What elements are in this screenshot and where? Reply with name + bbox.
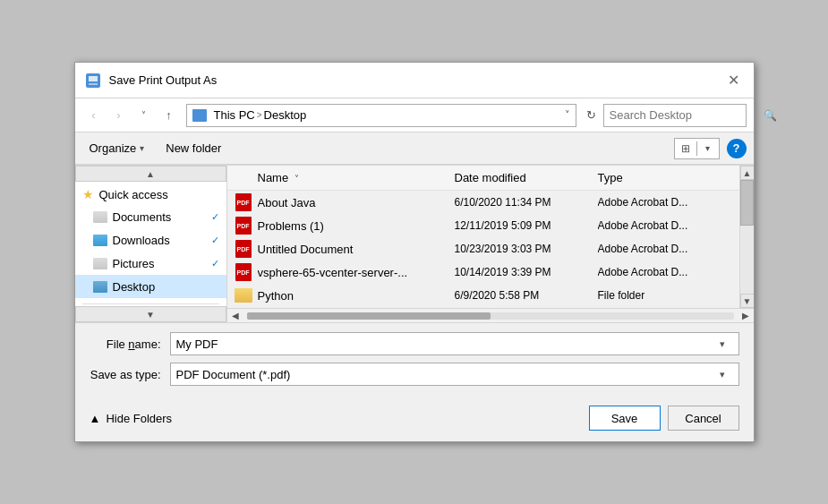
pictures-icon (93, 256, 107, 270)
file-area: Name ˅ Date modified Type PDF (227, 166, 754, 322)
main-content-area: ▲ ★ Quick access Documents ✓ (75, 165, 754, 322)
filename-row: File name: ▾ (90, 332, 739, 355)
address-bar[interactable]: This PC > Desktop ˅ (186, 104, 576, 127)
name-sort-icon: ˅ (294, 174, 299, 184)
file-date-0: 6/10/2020 11:34 PM (455, 196, 598, 209)
table-row[interactable]: Python 6/9/2020 5:58 PM File folder (227, 284, 739, 307)
pdf-icon: PDF (235, 217, 252, 235)
sidebar-pictures-pin: ✓ (211, 258, 219, 269)
filename-label-underline: n (128, 337, 134, 351)
sidebar-downloads-label: Downloads (113, 234, 170, 247)
view-grid-button[interactable]: ⊞ (675, 138, 696, 159)
breadcrumb-desktop[interactable]: Desktop (264, 108, 307, 122)
svg-rect-1 (89, 76, 98, 81)
file-date-3: 10/14/2019 3:39 PM (455, 266, 598, 278)
file-list: Name ˅ Date modified Type PDF (227, 166, 739, 308)
toolbar: Organize ▾ New folder ⊞ ▾ ? (75, 132, 754, 165)
hscroll-track[interactable] (247, 312, 734, 320)
navigation-bar: ‹ › ˅ ↑ This PC > Desktop ˅ ↻ 🔍 (75, 98, 754, 132)
quick-access-header: ★ Quick access (75, 184, 226, 205)
file-type-4: File folder (598, 289, 732, 302)
file-type-1: Adobe Acrobat D... (598, 219, 732, 232)
sidebar-item-documents[interactable]: Documents ✓ (75, 205, 226, 228)
filetype-row: Save as type: ▾ (90, 363, 739, 386)
cancel-button[interactable]: Cancel (668, 406, 739, 431)
view-dropdown-button[interactable]: ▾ (697, 138, 719, 159)
col-header-type[interactable]: Type (598, 171, 732, 184)
filename-input[interactable] (176, 337, 712, 351)
col-header-name[interactable]: Name ˅ (258, 171, 455, 184)
col-header-date[interactable]: Date modified (455, 171, 598, 184)
table-row[interactable]: PDF Problems (1) 12/11/2019 5:09 PM Adob… (227, 214, 739, 237)
new-folder-button[interactable]: New folder (158, 139, 228, 158)
search-icon: 🔍 (764, 109, 777, 122)
up-button[interactable]: ↑ (158, 104, 181, 127)
quick-access-label: Quick access (99, 188, 168, 201)
search-input[interactable] (610, 108, 760, 122)
scroll-down-button[interactable]: ▼ (740, 294, 754, 308)
sidebar-documents-pin: ✓ (211, 211, 219, 223)
table-row[interactable]: PDF About Java 6/10/2020 11:34 PM Adobe … (227, 191, 739, 214)
save-button[interactable]: Save (589, 406, 661, 431)
breadcrumb-separator-1: > (257, 110, 262, 120)
close-button[interactable]: ✕ (723, 70, 745, 91)
filename-dropdown-button[interactable]: ▾ (712, 333, 733, 355)
dropdown-recent-button[interactable]: ˅ (132, 104, 156, 127)
file-name-0: About Java (258, 196, 455, 209)
file-type-2: Adobe Acrobat D... (598, 243, 732, 255)
file-date-4: 6/9/2020 5:58 PM (455, 289, 598, 302)
forward-button[interactable]: › (107, 104, 131, 127)
file-list-header: Name ˅ Date modified Type (227, 166, 739, 191)
pdf-icon: PDF (235, 263, 252, 281)
scroll-thumb (740, 180, 754, 226)
scroll-up-button[interactable]: ▲ (740, 166, 754, 180)
filetype-dropdown-button[interactable]: ▾ (712, 363, 733, 385)
sidebar-pictures-label: Pictures (113, 257, 155, 270)
table-row[interactable]: PDF vsphere-65-vcenter-server-... 10/14/… (227, 261, 739, 284)
scroll-track[interactable] (740, 180, 754, 294)
horizontal-scrollbar: ◀ ▶ (227, 308, 754, 322)
organize-button[interactable]: Organize ▾ (82, 139, 152, 158)
vertical-scrollbar: ▲ ▼ (739, 166, 754, 308)
organize-dropdown-icon: ▾ (140, 143, 144, 153)
filename-input-wrap: ▾ (170, 332, 739, 355)
sidebar-item-downloads[interactable]: Downloads ✓ (75, 228, 226, 252)
hscroll-left-button[interactable]: ◀ (227, 309, 243, 323)
folder-icon (192, 109, 207, 122)
sidebar-divider (82, 303, 219, 304)
hscroll-thumb (247, 312, 491, 320)
bottom-section: File name: ▾ Save as type: ▾ (75, 322, 754, 398)
sidebar-item-pictures[interactable]: Pictures ✓ (75, 252, 226, 275)
sidebar-downloads-pin: ✓ (211, 235, 219, 246)
pdf-icon: PDF (235, 193, 252, 211)
downloads-icon (93, 233, 107, 247)
table-row[interactable]: PDF Untitled Document 10/23/2019 3:03 PM… (227, 237, 739, 261)
back-button[interactable]: ‹ (82, 104, 106, 127)
file-name-2: Untitled Document (258, 243, 455, 256)
star-icon: ★ (82, 187, 94, 201)
hscroll-right-button[interactable]: ▶ (738, 309, 754, 323)
sidebar: ▲ ★ Quick access Documents ✓ (75, 166, 227, 322)
pdf-icon: PDF (235, 240, 252, 258)
folder-icon (235, 286, 252, 304)
sidebar-scroll-down[interactable]: ▼ (75, 306, 226, 322)
chevron-up-icon: ▲ (90, 412, 101, 425)
refresh-button[interactable]: ↻ (582, 106, 602, 125)
file-date-1: 12/11/2019 5:09 PM (455, 219, 598, 232)
hide-folders-button[interactable]: ▲ Hide Folders (90, 412, 173, 425)
sidebar-content: ★ Quick access Documents ✓ Downloads ✓ (75, 166, 226, 322)
sidebar-item-desktop[interactable]: Desktop (75, 275, 226, 298)
breadcrumb-pc[interactable]: This PC (214, 108, 255, 122)
file-type-3: Adobe Acrobat D... (598, 266, 732, 278)
filetype-input[interactable] (176, 368, 712, 381)
file-date-2: 10/23/2019 3:03 PM (455, 243, 598, 255)
address-dropdown-button[interactable]: ˅ (565, 109, 570, 121)
help-button[interactable]: ? (727, 139, 747, 158)
breadcrumb: This PC > Desktop (214, 108, 307, 122)
view-toggle: ⊞ ▾ (674, 138, 720, 159)
dialog-icon (84, 72, 102, 90)
sidebar-scroll-up[interactable]: ▲ (75, 166, 226, 182)
file-name-4: Python (258, 289, 455, 303)
file-name-1: Problems (1) (258, 219, 455, 233)
action-bar: ▲ Hide Folders Save Cancel (75, 398, 754, 441)
